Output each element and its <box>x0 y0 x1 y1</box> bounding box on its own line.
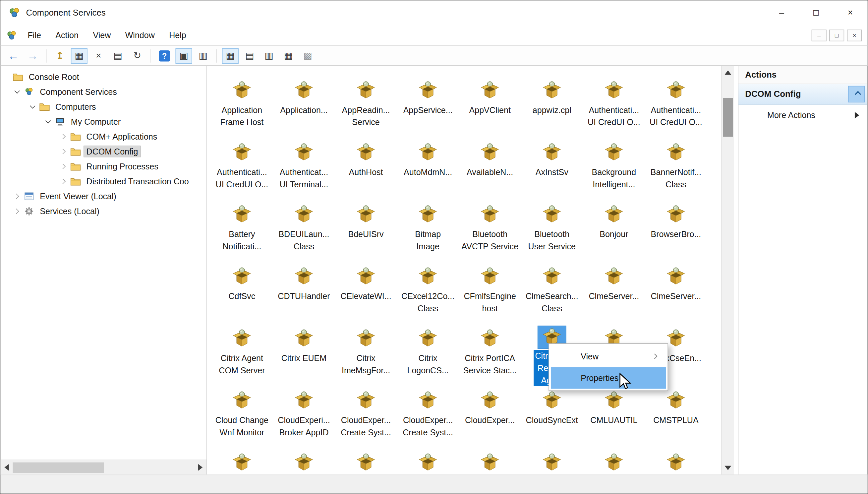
view-icons-button[interactable]: ▦ <box>222 48 239 63</box>
component-authenticati[interactable]: Authenticati... UI CredUI O... <box>211 135 273 196</box>
menu-action[interactable]: Action <box>48 25 86 45</box>
component-citrix[interactable]: Citrix LogonCS... <box>397 321 459 383</box>
horizontal-scrollbar-track[interactable] <box>13 460 194 474</box>
tree-item-console-root[interactable]: Console Root <box>1 69 206 84</box>
delete-button[interactable]: × <box>90 48 107 63</box>
component-axinstsv[interactable]: AxInstSv <box>521 135 583 196</box>
maximize-button[interactable]: □ <box>799 1 833 25</box>
show-console-tree-button[interactable]: ▦ <box>71 48 87 63</box>
tree-item-running-processes[interactable]: Running Processes <box>1 159 206 174</box>
scroll-right-button[interactable] <box>194 460 206 474</box>
component-item[interactable] <box>397 444 459 474</box>
component-cloudexper[interactable]: CloudExper... Create Syst... <box>335 383 397 444</box>
component-background[interactable]: Background Intelligent... <box>583 135 645 196</box>
menu-view[interactable]: View <box>86 25 118 45</box>
component-citrix[interactable]: Citrix ImeMsgFor... <box>335 321 397 383</box>
child-minimize-button[interactable]: – <box>812 30 827 41</box>
chevron-right-icon[interactable] <box>58 132 67 141</box>
component-celevatewi[interactable]: CElevateWI... <box>335 259 397 321</box>
context-menu-item-view[interactable]: View <box>551 345 666 367</box>
component-item[interactable] <box>273 444 335 474</box>
actions-section-dcom-config[interactable]: DCOM Config <box>738 84 867 105</box>
menu-file[interactable]: File <box>21 25 48 45</box>
component-clmeserver[interactable]: ClmeServer... <box>645 259 707 321</box>
vertical-scrollbar-thumb[interactable] <box>723 98 733 137</box>
view-small-icons-button[interactable]: ▤ <box>241 48 258 63</box>
component-bitmap[interactable]: Bitmap Image <box>397 196 459 259</box>
component-cfmlfsengine[interactable]: CFmlfsEngine host <box>459 259 521 321</box>
component-cdtuhandler[interactable]: CDTUHandler <box>273 259 335 321</box>
refresh-button[interactable]: ↻ <box>129 48 145 63</box>
customize-view-button[interactable]: ▩ <box>300 48 316 63</box>
component-authenticati[interactable]: Authenticati... UI CredUI O... <box>583 73 645 135</box>
minimize-button[interactable]: – <box>765 1 799 25</box>
component-cloud-change[interactable]: Cloud Change Wnf Monitor <box>211 383 273 444</box>
component-bonjour[interactable]: Bonjour <box>583 196 645 259</box>
horizontal-scrollbar-thumb[interactable] <box>13 462 104 473</box>
menu-window[interactable]: Window <box>118 25 162 45</box>
component-item[interactable] <box>645 444 707 474</box>
tree-item-services-local[interactable]: Services (Local) <box>1 204 206 219</box>
component-availablen[interactable]: AvailableN... <box>459 135 521 196</box>
tree-item-component-services[interactable]: Component Services <box>1 84 206 99</box>
back-button[interactable]: ← <box>5 48 22 63</box>
up-one-level-button[interactable]: ↥ <box>52 48 68 63</box>
forward-button[interactable]: → <box>24 48 41 63</box>
component-bluetooth[interactable]: Bluetooth AVCTP Service <box>459 196 521 259</box>
component-appservice[interactable]: AppService... <box>397 73 459 135</box>
component-bannernotif[interactable]: BannerNotif... Class <box>645 135 707 196</box>
scroll-left-button[interactable] <box>1 460 13 474</box>
tree-item-distributed-transaction-coo[interactable]: Distributed Transaction Coo <box>1 174 206 189</box>
component-appvclient[interactable]: AppVClient <box>459 73 521 135</box>
chevron-right-icon[interactable] <box>58 162 67 171</box>
component-clmeserver[interactable]: ClmeServer... <box>583 259 645 321</box>
component-bdeuilaun[interactable]: BDEUILaun... Class <box>273 196 335 259</box>
component-cloudexperi[interactable]: CloudExperi... Broker AppID <box>273 383 335 444</box>
component-bdeuisrv[interactable]: BdeUISrv <box>335 196 397 259</box>
view-list-button[interactable]: ▥ <box>261 48 277 63</box>
tree-item-com-applications[interactable]: COM+ Applications <box>1 129 206 144</box>
component-cloudsyncext[interactable]: CloudSyncExt <box>521 383 583 444</box>
component-appreadin[interactable]: AppReadin... Service <box>335 73 397 135</box>
scroll-up-button[interactable] <box>722 66 734 79</box>
show-action-pane-button[interactable]: ▣ <box>175 48 192 63</box>
tree-item-dcom-config[interactable]: DCOM Config <box>1 144 206 159</box>
view-details-button[interactable]: ▦ <box>280 48 297 63</box>
tree-item-computers[interactable]: Computers <box>1 99 206 114</box>
component-clmesearch[interactable]: ClmeSearch... Class <box>521 259 583 321</box>
component-application[interactable]: Application... <box>273 73 335 135</box>
component-cloudexper[interactable]: CloudExper... <box>459 383 521 444</box>
component-authhost[interactable]: AuthHost <box>335 135 397 196</box>
vertical-scrollbar[interactable] <box>721 66 734 475</box>
component-item[interactable] <box>583 444 645 474</box>
tree-item-event-viewer-local[interactable]: Event Viewer (Local) <box>1 189 206 204</box>
context-menu-item-properties[interactable]: Properties <box>551 367 666 388</box>
component-bluetooth[interactable]: Bluetooth User Service <box>521 196 583 259</box>
component-cmstplua[interactable]: CMSTPLUA <box>645 383 707 444</box>
tree-item-my-computer[interactable]: My Computer <box>1 114 206 129</box>
chevron-right-icon[interactable] <box>12 207 21 216</box>
component-citrix-euem[interactable]: Citrix EUEM <box>273 321 335 383</box>
chevron-right-icon[interactable] <box>12 192 21 201</box>
chevron-down-icon[interactable] <box>12 87 21 96</box>
properties-button[interactable]: ▤ <box>110 48 126 63</box>
chevron-down-icon[interactable] <box>27 102 36 111</box>
component-browserbro[interactable]: BrowserBro... <box>645 196 707 259</box>
component-item[interactable] <box>521 444 583 474</box>
component-cmluautil[interactable]: CMLUAUTIL <box>583 383 645 444</box>
export-list-button[interactable]: ▥ <box>195 48 212 63</box>
help-button[interactable]: ? <box>156 48 173 63</box>
component-item[interactable] <box>211 444 273 474</box>
component-cdfsvc[interactable]: CdfSvc <box>211 259 273 321</box>
child-close-button[interactable]: × <box>847 30 862 41</box>
chevron-right-icon[interactable] <box>58 147 67 156</box>
component-item[interactable] <box>459 444 521 474</box>
component-citrix-portica[interactable]: Citrix PortICA Service Stac... <box>459 321 521 383</box>
horizontal-scrollbar[interactable] <box>1 459 206 474</box>
collapse-section-button[interactable] <box>848 86 865 102</box>
menu-help[interactable]: Help <box>162 25 194 45</box>
component-authenticati[interactable]: Authenticati... UI CredUI O... <box>645 73 707 135</box>
more-actions-item[interactable]: More Actions <box>738 105 867 125</box>
component-cloudexper[interactable]: CloudExper... Create Syst... <box>397 383 459 444</box>
component-authenticat[interactable]: Authenticat... UI Terminal... <box>273 135 335 196</box>
